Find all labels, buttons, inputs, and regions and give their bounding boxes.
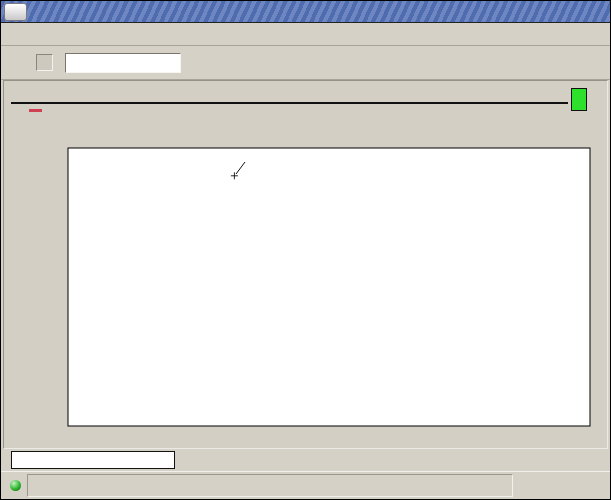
legend-item[interactable] bbox=[29, 109, 48, 112]
app-window bbox=[0, 0, 611, 500]
window-menu-icon[interactable] bbox=[4, 3, 27, 21]
title-divider bbox=[11, 102, 568, 104]
toolbar bbox=[1, 46, 610, 80]
cursor-readout bbox=[11, 451, 175, 469]
subwindow-badge bbox=[571, 88, 587, 111]
legend-color-swatch bbox=[29, 109, 42, 112]
status-led-icon bbox=[10, 480, 21, 491]
label-group bbox=[36, 53, 181, 73]
waveform-plot[interactable] bbox=[56, 141, 601, 441]
console-prompt[interactable] bbox=[27, 474, 513, 497]
label-input[interactable] bbox=[65, 53, 181, 73]
menu-bar bbox=[1, 24, 610, 46]
label-checkbox[interactable] bbox=[36, 54, 53, 71]
plot-background bbox=[68, 148, 590, 426]
status-bar bbox=[1, 471, 610, 499]
title-bar bbox=[1, 1, 610, 23]
